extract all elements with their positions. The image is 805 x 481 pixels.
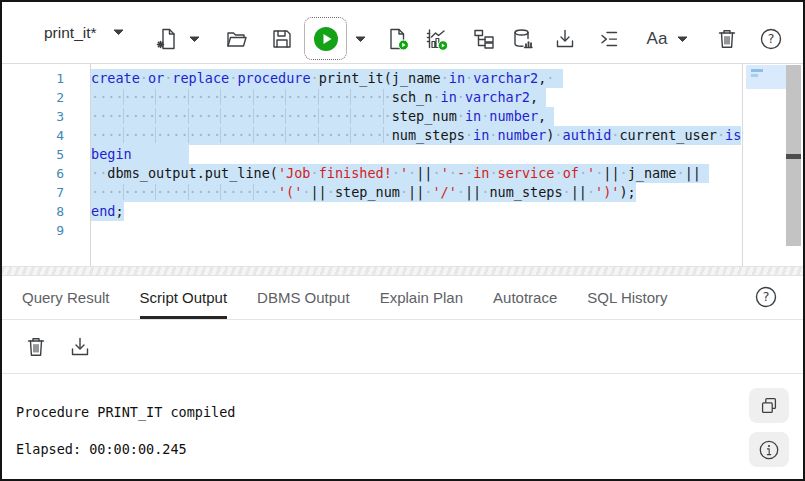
line-number: 1: [2, 69, 64, 88]
explain-plan-icon: [472, 27, 496, 51]
trash-icon: [24, 335, 48, 359]
info-icon: [758, 439, 780, 461]
font-size-dropdown[interactable]: [676, 34, 688, 44]
new-worksheet-icon: [155, 27, 179, 51]
svg-text:?: ?: [763, 289, 770, 304]
editor-scrollbar-thumb[interactable]: [786, 154, 801, 159]
autotrace-button[interactable]: [423, 26, 451, 52]
font-size-button[interactable]: Aa: [640, 26, 674, 52]
help-icon: ?: [754, 285, 778, 309]
help-icon: ?: [759, 27, 783, 51]
output-info-button[interactable]: [749, 432, 789, 467]
minimap[interactable]: [746, 65, 788, 89]
code-editor[interactable]: 123456789 create·or·replace·procedure·pr…: [2, 64, 803, 266]
code-line[interactable]: [91, 221, 741, 240]
explain-plan-button[interactable]: [470, 26, 498, 52]
open-file-button[interactable]: [223, 26, 251, 52]
results-tabbar: Query ResultScript OutputDBMS OutputExpl…: [2, 276, 803, 320]
line-number-gutter: 123456789: [2, 69, 64, 240]
worksheet-name: print_it*: [44, 24, 97, 42]
run-script-button[interactable]: [384, 26, 412, 52]
format-icon: [597, 27, 621, 51]
trash-icon: [715, 27, 739, 51]
output-message: Procedure PRINT_IT compiled: [16, 404, 235, 420]
tab-explain-plan[interactable]: Explain Plan: [380, 276, 463, 319]
new-worksheet-dropdown[interactable]: [188, 34, 200, 44]
open-folder-icon: [225, 27, 249, 51]
autotrace-chart-icon: [425, 27, 449, 51]
chevron-down-icon: [355, 36, 366, 43]
copy-output-button[interactable]: [749, 388, 789, 423]
line-number: 6: [2, 164, 64, 183]
code-line[interactable]: create·or·replace·procedure·print_it(j_n…: [91, 69, 741, 88]
panel-splitter[interactable]: [2, 266, 803, 276]
download-icon: [553, 27, 577, 51]
code-line[interactable]: end;: [91, 202, 741, 221]
tab-dbms-output[interactable]: DBMS Output: [257, 276, 350, 319]
tab-autotrace[interactable]: Autotrace: [493, 276, 557, 319]
results-help-button[interactable]: ?: [753, 284, 779, 310]
save-button[interactable]: [268, 26, 296, 52]
data-loading-button[interactable]: [509, 26, 537, 52]
line-number: 5: [2, 145, 64, 164]
line-number: 2: [2, 88, 64, 107]
database-icon: [511, 27, 535, 51]
minimap-text-mark: [751, 69, 763, 72]
worksheet-selector[interactable]: print_it*: [38, 2, 130, 63]
copy-icon: [758, 395, 780, 417]
font-size-label: Aa: [647, 29, 668, 49]
download-button[interactable]: [551, 26, 579, 52]
line-number: 4: [2, 126, 64, 145]
run-statement-button[interactable]: [304, 17, 347, 60]
output-toolbar: [2, 320, 803, 374]
code-line[interactable]: ·····································num…: [91, 126, 741, 145]
line-number: 8: [2, 202, 64, 221]
run-script-icon: [386, 27, 410, 51]
code-line[interactable]: begin: [91, 145, 741, 164]
tab-sql-history[interactable]: SQL History: [587, 276, 667, 319]
minimap-text-mark: [751, 74, 758, 77]
run-dropdown[interactable]: [354, 34, 366, 44]
line-number: 9: [2, 221, 64, 240]
output-elapsed: Elapsed: 00:00:00.245: [16, 441, 187, 457]
code-line[interactable]: ·····································sch…: [91, 88, 741, 107]
tab-query-result[interactable]: Query Result: [22, 276, 110, 319]
code-area[interactable]: create·or·replace·procedure·print_it(j_n…: [91, 69, 741, 240]
worksheet-toolbar: print_it*: [2, 2, 803, 64]
code-line[interactable]: ·····································ste…: [91, 107, 741, 126]
clear-output-button[interactable]: [22, 333, 50, 361]
format-button[interactable]: [595, 26, 623, 52]
save-icon: [270, 27, 294, 51]
run-icon: [313, 26, 339, 52]
chevron-down-icon: [189, 36, 200, 43]
sql-worksheet-window: print_it*: [0, 0, 805, 481]
chevron-down-icon: [113, 29, 124, 36]
help-button[interactable]: ?: [757, 26, 785, 52]
tab-script-output[interactable]: Script Output: [140, 276, 228, 319]
chevron-down-icon: [677, 36, 688, 43]
editor-scrollbar[interactable]: [786, 65, 801, 246]
right-margin-ruler: [742, 64, 743, 266]
code-line[interactable]: ·······················'('·||·step_num·|…: [91, 183, 741, 202]
download-output-button[interactable]: [66, 333, 94, 361]
code-line[interactable]: ··dbms_output.put_line('Job·finished!·'·…: [91, 164, 741, 183]
svg-text:?: ?: [768, 31, 775, 46]
clear-worksheet-button[interactable]: [713, 26, 741, 52]
new-worksheet-button[interactable]: [153, 26, 181, 52]
download-icon: [68, 335, 92, 359]
script-output-panel: Procedure PRINT_IT compiled Elapsed: 00:…: [2, 374, 803, 479]
line-number: 3: [2, 107, 64, 126]
line-number: 7: [2, 183, 64, 202]
